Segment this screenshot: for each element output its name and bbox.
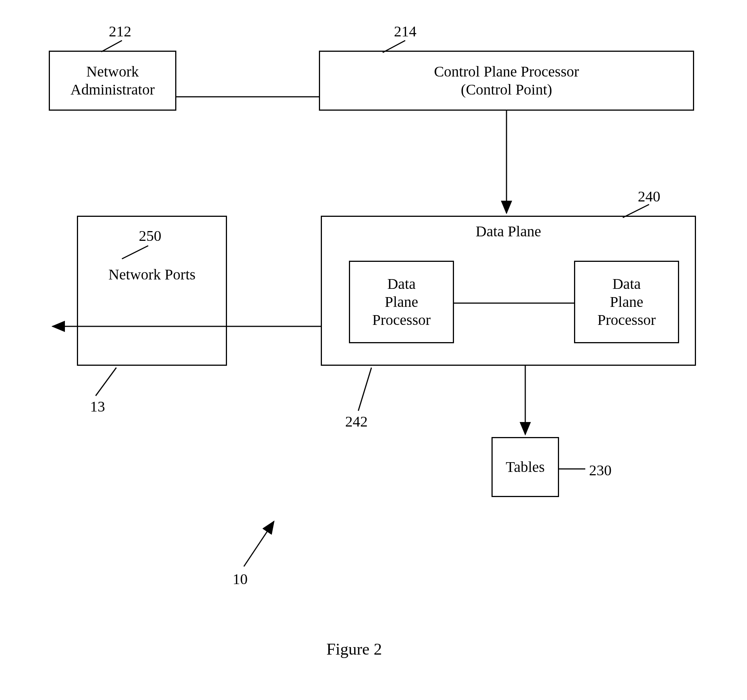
network-administrator-label: Network Administrator [71,63,154,99]
data-plane-processor-2-box: Data Plane Processor [574,261,679,343]
label-212: 212 [109,23,131,40]
callout-10 [244,522,274,567]
network-ports-label: Network Ports [109,266,195,284]
data-plane-processor-2-label: Data Plane Processor [597,275,656,329]
label-230: 230 [589,461,612,479]
data-plane-label: Data Plane [322,222,695,240]
control-plane-processor-label: Control Plane Processor (Control Point) [434,63,579,99]
label-240: 240 [638,187,660,205]
label-250: 250 [139,227,161,245]
tables-box: Tables [491,437,559,497]
tables-label: Tables [506,458,545,476]
callout-13 [96,367,116,396]
control-plane-processor-box: Control Plane Processor (Control Point) [319,51,694,111]
callout-212 [101,41,122,52]
callout-242 [358,367,372,411]
label-13: 13 [90,398,105,415]
label-10: 10 [233,570,248,588]
data-plane-processor-1-label: Data Plane Processor [372,275,431,329]
label-242: 242 [345,413,368,430]
data-plane-processor-1-box: Data Plane Processor [349,261,454,343]
network-administrator-box: Network Administrator [49,51,176,111]
figure-caption: Figure 2 [327,640,382,659]
label-214: 214 [394,23,416,40]
